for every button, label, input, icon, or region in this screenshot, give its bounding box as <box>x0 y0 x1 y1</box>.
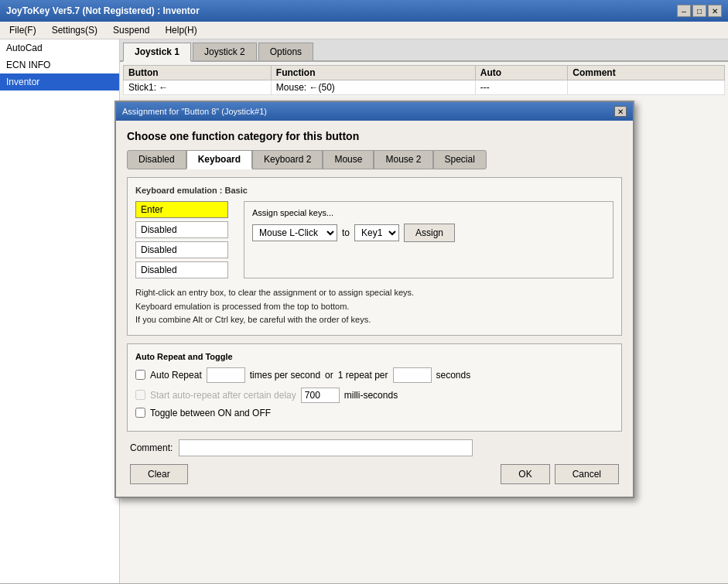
tab-joystick1[interactable]: Joystick 1 <box>123 43 191 62</box>
func-tab-special[interactable]: Special <box>433 150 487 169</box>
milli-seconds-label: milli-seconds <box>344 390 398 401</box>
toggle-checkbox[interactable] <box>135 408 145 418</box>
menu-settings[interactable]: Settings(S) <box>46 23 104 37</box>
key-entries-column <box>135 201 228 278</box>
tab-bar: Joystick 1 Joystick 2 Options <box>120 39 728 62</box>
func-tab-disabled[interactable]: Disabled <box>127 150 186 169</box>
keyboard-emulation-section: Keyboard emulation : Basic Assign specia… <box>127 177 622 336</box>
or-label: or <box>325 370 333 381</box>
info-text: Right-click an entry box, to clear the a… <box>135 286 614 327</box>
function-tabs: Disabled Keyboard Keyboard 2 Mouse Mouse… <box>127 150 622 169</box>
cell-function: Mouse: ←(50) <box>271 80 475 95</box>
cell-auto: --- <box>475 80 568 95</box>
modal-title-bar: Assignment for "Button 8" (Joystick#1) ✕ <box>116 102 633 121</box>
func-tab-keyboard2[interactable]: Keyboard 2 <box>252 150 323 169</box>
modal-buttons: Clear OK Cancel <box>127 464 622 487</box>
tab-joystick2[interactable]: Joystick 2 <box>193 43 257 60</box>
info-line-1: Right-click an entry box, to clear the a… <box>135 286 614 300</box>
assign-row: Mouse L-Click Mouse R-Click Mouse M-Clic… <box>252 224 605 242</box>
info-line-2: Keyboard emulation is processed from the… <box>135 300 614 314</box>
menu-help[interactable]: Help(H) <box>159 23 203 37</box>
tab-options[interactable]: Options <box>258 43 313 60</box>
col-auto: Auto <box>475 66 568 80</box>
assign-button[interactable]: Assign <box>404 224 455 242</box>
times-per-second-label: times per second <box>250 370 320 381</box>
assign-dropdown1[interactable]: Mouse L-Click Mouse R-Click Mouse M-Clic… <box>252 224 337 241</box>
to-label: to <box>342 227 350 238</box>
menu-bar: File(F) Settings(S) Suspend Help(H) <box>0 22 728 39</box>
cell-comment <box>568 80 725 95</box>
func-tab-mouse[interactable]: Mouse <box>323 150 374 169</box>
maximize-button[interactable]: □ <box>692 5 706 17</box>
menu-suspend[interactable]: Suspend <box>107 23 156 37</box>
keyboard-layout: Assign special keys... Mouse L-Click Mou… <box>135 201 614 278</box>
col-comment: Comment <box>568 66 725 80</box>
assignment-modal: Assignment for "Button 8" (Joystick#1) ✕… <box>114 101 634 498</box>
assign-special-keys-box: Assign special keys... Mouse L-Click Mou… <box>244 201 614 278</box>
col-button: Button <box>124 66 272 80</box>
auto-section-title: Auto Repeat and Toggle <box>135 352 614 361</box>
toggle-label: Toggle between ON and OFF <box>150 408 271 418</box>
assign-box-title: Assign special keys... <box>252 208 605 217</box>
keyboard-section-title: Keyboard emulation : Basic <box>135 186 614 195</box>
comment-row: Comment: <box>127 439 622 456</box>
comment-input[interactable] <box>179 439 473 456</box>
modal-heading: Choose one function category for this bu… <box>127 130 622 142</box>
key-entry-1[interactable] <box>135 201 228 218</box>
key-entry-2[interactable] <box>135 221 228 238</box>
cancel-button[interactable]: Cancel <box>555 464 619 484</box>
start-auto-repeat-checkbox[interactable] <box>135 390 145 400</box>
repeat-per-seconds-input[interactable] <box>393 367 432 383</box>
window-controls: – □ ✕ <box>677 5 722 17</box>
modal-body: Choose one function category for this bu… <box>116 121 633 497</box>
modal-title: Assignment for "Button 8" (Joystick#1) <box>122 107 267 116</box>
minimize-button[interactable]: – <box>677 5 691 17</box>
table-row[interactable]: Stick1: ← Mouse: ←(50) --- <box>124 80 725 95</box>
func-tab-mouse2[interactable]: Mouse 2 <box>374 150 432 169</box>
sidebar-item-inventor[interactable]: Inventor <box>0 73 119 91</box>
start-auto-repeat-label: Start auto-repeat after certain delay <box>150 390 296 401</box>
auto-repeat-label: Auto Repeat <box>150 370 202 381</box>
sidebar-item-autocad[interactable]: AutoCad <box>0 39 119 56</box>
info-line-3: If you combine Alt or Ctrl key, be caref… <box>135 313 614 327</box>
func-tab-keyboard[interactable]: Keyboard <box>186 150 252 169</box>
assign-dropdown2[interactable]: Key1 Key2 Key3 Key4 <box>354 224 399 241</box>
times-per-second-input[interactable] <box>207 367 245 383</box>
modal-close-button[interactable]: ✕ <box>614 106 627 117</box>
ok-button[interactable]: OK <box>501 464 549 484</box>
key-entry-3[interactable] <box>135 241 228 258</box>
auto-repeat-section: Auto Repeat and Toggle Auto Repeat times… <box>127 343 622 432</box>
app-title: JoyToKey Ver5.7 (Not Registered) : Inven… <box>6 5 200 16</box>
key-entry-4[interactable] <box>135 261 228 278</box>
assignments-table: Button Function Auto Comment Stick1: ← M… <box>123 65 725 95</box>
col-function: Function <box>271 66 475 80</box>
auto-repeat-row: Auto Repeat times per second or 1 repeat… <box>135 367 614 383</box>
auto-repeat-checkbox[interactable] <box>135 370 145 380</box>
modal-ok-cancel-group: OK Cancel <box>501 464 619 484</box>
toggle-row: Toggle between ON and OFF <box>135 408 614 418</box>
seconds-label: seconds <box>436 370 471 381</box>
clear-button[interactable]: Clear <box>130 464 188 484</box>
close-button[interactable]: ✕ <box>708 5 722 17</box>
start-auto-repeat-row: Start auto-repeat after certain delay mi… <box>135 388 614 403</box>
menu-file[interactable]: File(F) <box>3 23 43 37</box>
comment-label: Comment: <box>130 442 173 453</box>
milli-seconds-input[interactable] <box>301 388 340 403</box>
sidebar: AutoCad ECN INFO Inventor <box>0 39 120 583</box>
title-bar: JoyToKey Ver5.7 (Not Registered) : Inven… <box>0 0 728 22</box>
repeat-per-label: 1 repeat per <box>338 370 388 381</box>
cell-button: Stick1: ← <box>124 80 272 95</box>
sidebar-item-ecninfo[interactable]: ECN INFO <box>0 56 119 73</box>
